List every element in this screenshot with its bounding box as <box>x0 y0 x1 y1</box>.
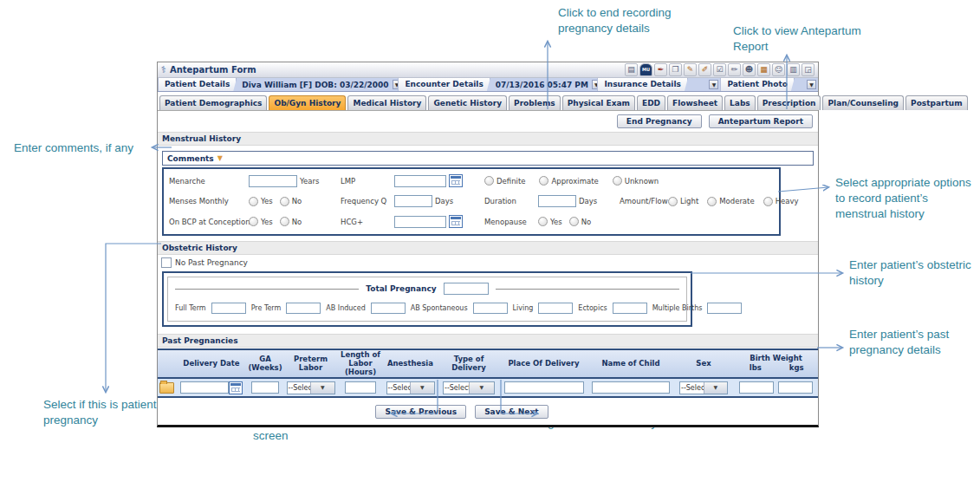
encounter-dropdown-icon[interactable]: ▼ <box>592 80 597 89</box>
menarche-input[interactable] <box>249 175 297 187</box>
note-end-pregnancy: Click to end recording pregnancy details <box>558 5 705 36</box>
col-anesthesia: Anesthesia <box>382 359 438 369</box>
signature-icon[interactable]: ✒ <box>654 63 667 76</box>
lmp-input[interactable] <box>394 175 446 187</box>
col-lbs: lbs <box>735 364 776 373</box>
pen-red-icon[interactable]: ✐ <box>698 63 711 76</box>
action-button-row: End Pregnancy Antepartum Report <box>158 111 818 132</box>
bcp-yes-radio[interactable] <box>249 217 258 226</box>
hcg-input[interactable] <box>394 216 446 228</box>
anesthesia-select[interactable]: --Select--▼ <box>386 381 435 394</box>
menopause-yes-radio[interactable] <box>538 217 548 226</box>
birth-weight-lbs-input[interactable] <box>739 381 774 394</box>
years-label: Years <box>300 177 319 186</box>
birth-weight-kgs-input[interactable] <box>778 381 813 394</box>
patient-icon[interactable]: ☺ <box>772 63 785 76</box>
ectopics-input[interactable] <box>613 303 647 314</box>
preterm-labor-select[interactable]: --Select--▼ <box>287 381 335 394</box>
insurance-dropdown-icon[interactable]: ▼ <box>709 80 718 89</box>
table-row: --Select--▼ --Select--▼ --Select--▼ --Se… <box>158 379 818 398</box>
tab-medical-history[interactable]: Medical History <box>347 95 426 110</box>
frequency-input[interactable] <box>394 195 432 207</box>
pen-blue-icon[interactable]: ✎ <box>684 63 697 76</box>
ab-induced-input[interactable] <box>371 303 406 314</box>
unknown-radio[interactable] <box>613 176 622 186</box>
screenshot-canvas: ⚕ Antepartum Form ▤ MU ✒ ❐ ✎ ✐ ☑ ✏ ☻ ▦ ☺… <box>0 0 980 482</box>
length-of-labor-input[interactable] <box>345 381 376 394</box>
exit-icon[interactable]: ◲ <box>802 63 815 76</box>
menstrual-history-box: Menarche Years LMP Definite Approximate … <box>162 167 781 236</box>
tab-plan-counseling[interactable]: Plan/Counseling <box>822 95 904 110</box>
tab-physical-exam[interactable]: Physical Exam <box>562 95 635 110</box>
ga-weeks-input[interactable] <box>251 381 279 394</box>
past-pregnancies-table: Delivery Date GA (Weeks) Preterm Labor L… <box>158 348 818 398</box>
book-icon[interactable]: ▥ <box>787 63 800 76</box>
flow-light-radio[interactable] <box>668 197 678 206</box>
multiple-births-input[interactable] <box>707 303 742 314</box>
type-of-delivery-select[interactable]: --Select--▼ <box>443 381 495 394</box>
calendar-icon[interactable]: ▦ <box>757 63 770 76</box>
obstetric-history-header: Obstetric History <box>158 241 818 255</box>
duration-input[interactable] <box>538 195 576 207</box>
amount-flow-label: Amount/Flow <box>620 197 668 205</box>
comments-expand-icon[interactable]: ▼ <box>217 155 223 162</box>
pre-term-input[interactable] <box>286 303 321 314</box>
menses-monthly-label: Menses Monthly <box>169 197 249 205</box>
delivery-date-calendar-icon[interactable] <box>229 381 243 394</box>
tab-problems[interactable]: Problems <box>509 95 561 110</box>
tab-patient-demographics[interactable]: Patient Demographics <box>159 95 267 110</box>
patient-select[interactable]: Diva William [F] DOB: 03/22/2000 ▼ <box>237 78 398 91</box>
patient-bar: Patient Details Diva William [F] DOB: 03… <box>158 78 818 92</box>
definite-radio[interactable] <box>484 176 494 186</box>
note-edit-icon[interactable]: ✏ <box>728 63 741 76</box>
tab-obgyn-history[interactable]: Ob/Gyn History <box>269 95 346 110</box>
patient-dropdown-icon[interactable]: ▼ <box>393 80 399 89</box>
save-next-button[interactable]: Save & Next <box>475 405 548 419</box>
users-icon[interactable]: ☻ <box>743 63 756 76</box>
tab-edd[interactable]: EDD <box>637 95 665 110</box>
encounter-select[interactable]: 07/13/2016 05:47 PM ▼ <box>490 78 598 91</box>
flow-moderate-radio[interactable] <box>707 197 717 206</box>
select-arrow-icon[interactable]: ▼ <box>704 382 728 394</box>
menopause-no-radio[interactable] <box>569 217 579 226</box>
end-pregnancy-button[interactable]: End Pregnancy <box>617 114 702 128</box>
tab-postpartum[interactable]: Postpartum <box>905 95 967 110</box>
place-of-delivery-input[interactable] <box>504 381 584 394</box>
total-pregnancy-input[interactable] <box>444 283 489 295</box>
sex-select[interactable]: --Select--▼ <box>679 381 728 394</box>
tab-flowsheet[interactable]: Flowsheet <box>667 95 723 110</box>
meaningful-use-icon[interactable]: MU <box>639 63 652 76</box>
patient-photo-select[interactable]: ▼ <box>795 78 818 91</box>
select-arrow-icon[interactable]: ▼ <box>469 382 495 394</box>
task-check-icon[interactable]: ☑ <box>713 63 726 76</box>
select-arrow-icon[interactable]: ▼ <box>410 382 434 394</box>
approximate-radio[interactable] <box>539 176 548 186</box>
sticky-note-icon[interactable]: ▤ <box>625 63 638 76</box>
copy-chart-icon[interactable]: ❐ <box>669 63 682 76</box>
tab-genetic-history[interactable]: Genetic History <box>428 95 507 110</box>
comments-field[interactable]: Comments ▼ <box>162 151 814 166</box>
full-term-input[interactable] <box>211 303 246 314</box>
tab-prescription[interactable]: Prescription <box>757 95 821 110</box>
menses-yes-radio[interactable] <box>249 197 258 206</box>
save-previous-button[interactable]: Save & Previous <box>375 405 466 419</box>
window-title: Antepartum Form <box>170 65 256 75</box>
row-folder-icon[interactable] <box>159 382 174 394</box>
bcp-no-radio[interactable] <box>280 217 289 226</box>
col-name-of-child: Name of Child <box>588 359 673 369</box>
patient-photo-dropdown-icon[interactable]: ▼ <box>807 80 816 89</box>
antepartum-report-button[interactable]: Antepartum Report <box>709 114 813 128</box>
delivery-date-input[interactable] <box>180 381 229 394</box>
living-input[interactable] <box>538 303 573 314</box>
name-of-child-input[interactable] <box>592 381 670 394</box>
note-past-pregnancy: Enter patient’s past pregnancy details <box>849 327 979 358</box>
hcg-calendar-icon[interactable] <box>449 215 463 228</box>
menses-no-radio[interactable] <box>280 197 289 206</box>
ab-spontaneous-input[interactable] <box>473 303 508 314</box>
flow-heavy-radio[interactable] <box>763 197 773 206</box>
insurance-select[interactable]: ▼ <box>688 78 721 91</box>
select-arrow-icon[interactable]: ▼ <box>310 382 334 394</box>
no-past-pregnancy-checkbox[interactable] <box>161 257 172 268</box>
tab-labs[interactable]: Labs <box>724 95 756 110</box>
lmp-calendar-icon[interactable] <box>449 174 463 187</box>
